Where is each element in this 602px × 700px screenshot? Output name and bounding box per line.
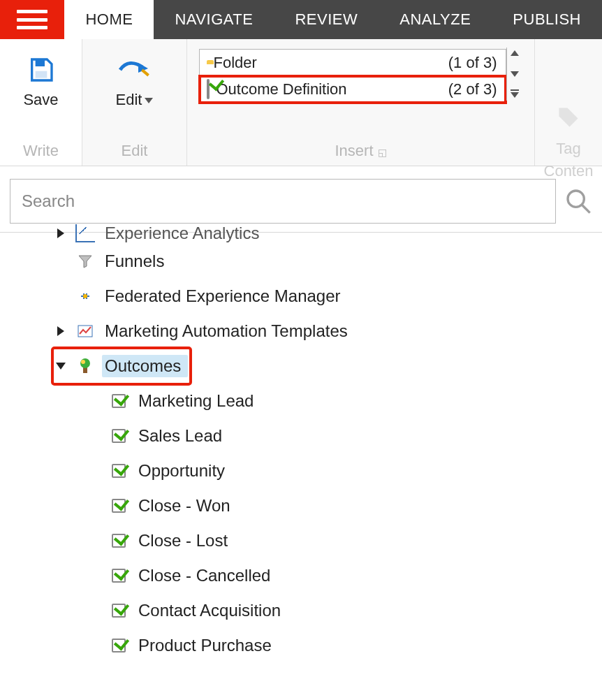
insert-option-list: Folder (1 of 3) Outcome Definition (2 of… [199,49,506,103]
analytics-icon [75,224,95,242]
tree-node-label: Close - Lost [138,531,228,550]
edit-dropdown-button[interactable]: Edit [109,48,161,115]
tab-label: NAVIGATE [175,10,253,29]
tree-node-outcomes[interactable]: Outcomes [53,349,190,384]
tab-home[interactable]: HOME [64,0,154,39]
edit-label: Edit [116,91,154,109]
tree-node-label: Close - Cancelled [138,566,270,585]
tree-node-label: Funnels [105,251,164,270]
svg-point-9 [81,360,85,364]
insert-option-count: (2 of 3) [448,80,500,99]
chevron-down-icon [145,98,153,103]
expand-icon[interactable] [57,228,64,238]
checkbox-icon [109,532,129,550]
tab-label: ANALYZE [399,10,471,29]
scroll-menu-icon[interactable] [511,92,519,98]
ribbon-group-insert: Folder (1 of 3) Outcome Definition (2 of… [187,39,535,166]
tree-node-outcome-item[interactable]: Sales Lead [87,418,602,453]
expand-icon[interactable] [57,326,64,336]
checkbox-icon [109,462,129,480]
checkbox-icon [109,636,129,655]
svg-line-4 [582,205,590,213]
insert-scrollbar[interactable] [506,48,523,101]
tab-analyze[interactable]: ANALYZE [379,0,492,39]
tab-navigate[interactable]: NAVIGATE [154,0,274,39]
tab-label: REVIEW [295,10,358,29]
svg-rect-2 [142,69,150,77]
funnel-icon [75,252,95,270]
checkbox-icon [109,601,129,620]
tree-node-label: Opportunity [138,461,225,480]
insert-option-folder[interactable]: Folder (1 of 3) [200,50,506,76]
tree-node-outcome-item[interactable]: Close - Won [87,488,602,523]
tree-node-label: Federated Experience Manager [105,286,341,305]
checkbox-icon [109,427,129,445]
tab-label: HOME [85,10,133,29]
chart-icon [75,322,95,340]
save-label: Save [23,91,58,109]
tree-node-label: Close - Won [138,496,230,515]
tab-review[interactable]: REVIEW [274,0,379,39]
ribbon-caption-edit: Edit [122,142,148,160]
tag-icon [556,101,581,134]
ribbon-caption-write: Write [23,142,59,160]
tree-node-label: Product Purchase [138,636,272,655]
checkbox-icon [109,567,129,585]
insert-option-label: Outcome Definition [216,80,441,99]
hamburger-menu-button[interactable] [0,0,64,39]
svg-rect-1 [35,71,47,78]
tree-node-funnels[interactable]: Funnels [53,244,602,279]
dialog-launcher-icon[interactable]: ◱ [378,147,387,158]
search-button[interactable] [564,187,592,215]
svg-point-3 [568,191,584,207]
tree-node-label: Marketing Automation Templates [105,321,348,340]
ribbon-group-write: Save Write [0,39,82,166]
checkbox-icon [109,497,129,515]
scroll-down-icon[interactable] [511,71,519,77]
tab-label: PUBLISH [513,10,581,29]
tab-publish[interactable]: PUBLISH [492,0,602,39]
edit-icon [117,53,151,87]
search-icon [564,187,592,215]
tree-node-outcome-item[interactable]: Close - Lost [87,523,602,558]
tree-node-label: Sales Lead [138,426,222,445]
content-tree: Experience Analytics Funnels Federated E… [0,223,602,663]
tag-button[interactable] [549,95,588,140]
tree-node-outcome-item[interactable]: Close - Cancelled [87,558,602,593]
tree-node-federated-experience-manager[interactable]: Federated Experience Manager [53,279,602,314]
ribbon-group-edit: Edit Edit [82,39,187,166]
tree-node-label: Outcomes [105,356,181,375]
tree-node-marketing-automation-templates[interactable]: Marketing Automation Templates [53,314,602,349]
checkbox-icon [109,392,129,410]
tree-node-outcome-item[interactable]: Contact Acquisition [87,593,602,628]
tag-label: Tag [556,140,580,158]
insert-option-label: Folder [214,54,441,72]
collapse-icon[interactable] [56,363,66,370]
ribbon-caption-content: Conten [544,162,594,180]
tree-node-experience-analytics[interactable]: Experience Analytics [53,223,602,244]
svg-rect-0 [35,59,44,66]
search-input[interactable] [10,179,556,224]
save-button[interactable]: Save [16,48,65,115]
checkbox-icon [207,80,210,99]
insert-option-outcome-definition[interactable]: Outcome Definition (2 of 3) [200,76,506,103]
save-icon [27,53,55,87]
tree-node-outcome-item[interactable]: Product Purchase [87,628,602,663]
scroll-up-icon[interactable] [511,50,519,56]
tree-node-outcome-item[interactable]: Marketing Lead [87,384,602,418]
insert-option-count: (1 of 3) [448,54,500,72]
tree-node-label: Marketing Lead [138,391,254,410]
tree-node-label: Contact Acquisition [138,601,281,620]
svg-point-5 [83,294,87,298]
tree-node-outcome-item[interactable]: Opportunity [87,453,602,488]
hamburger-icon [17,10,47,29]
tree-node-label: Experience Analytics [105,224,259,242]
ribbon-group-content-tagging: Tag Conten [535,39,602,166]
outcome-icon [75,357,95,375]
connector-icon [75,287,95,305]
ribbon-caption-insert: Insert◱ [335,142,386,160]
